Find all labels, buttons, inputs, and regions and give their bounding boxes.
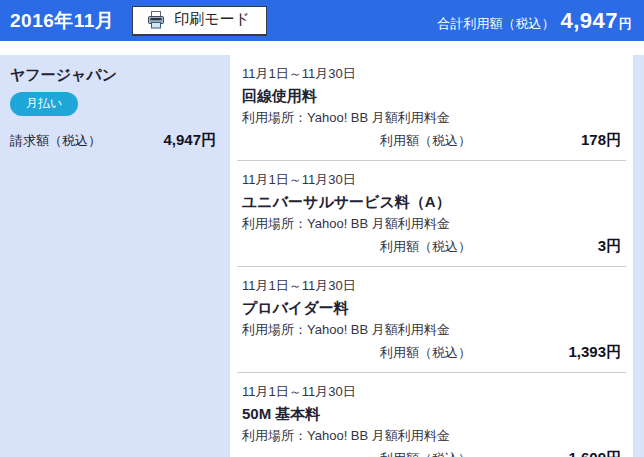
billed-amount-label: 請求額（税込） [10, 132, 101, 150]
billing-item-place: 利用場所：Yahoo! BB 月額利用料金 [242, 213, 621, 235]
billing-item: 11月1日～11月30日 回線使用料 利用場所：Yahoo! BB 月額利用料金… [237, 55, 626, 161]
billing-item-title: プロバイダー料 [242, 296, 621, 319]
billing-item-amount-label: 利用額（税込） [380, 132, 471, 150]
billing-item-amount-row: 利用額（税込） 1,393円 [242, 343, 621, 362]
billing-item: 11月1日～11月30日 50M 基本料 利用場所：Yahoo! BB 月額利用… [237, 373, 626, 457]
billing-item-amount-label: 利用額（税込） [380, 344, 471, 362]
total-usage-amount: 4,947 [560, 8, 618, 34]
billing-item-title: ユニバーサルサービス料（A） [242, 190, 621, 213]
billing-item-amount-value: 1,393円 [471, 343, 621, 362]
billed-amount-value: 4,947円 [163, 131, 216, 150]
billing-item-title: 50M 基本料 [242, 402, 621, 425]
total-usage-unit: 円 [619, 15, 632, 33]
billing-item-place: 利用場所：Yahoo! BB 月額利用料金 [242, 319, 621, 341]
payment-type-badge: 月払い [10, 92, 78, 116]
right-gutter [633, 55, 644, 457]
header-bar: 2016年11月 印刷モード 合計利用額（税込） 4,947 円 [0, 0, 644, 41]
billing-item-amount-label: 利用額（税込） [380, 450, 471, 457]
page-title: 2016年11月 [10, 8, 114, 34]
provider-name: ヤフージャパン [10, 66, 218, 85]
billing-item-amount-label: 利用額（税込） [380, 238, 471, 256]
billing-item-amount-row: 利用額（税込） 1,609円 [242, 449, 621, 457]
print-mode-button[interactable]: 印刷モード [132, 6, 267, 36]
billing-item-period: 11月1日～11月30日 [242, 64, 621, 84]
billing-item-period: 11月1日～11月30日 [242, 170, 621, 190]
billing-item-amount-row: 利用額（税込） 178円 [242, 131, 621, 150]
billing-item: 11月1日～11月30日 プロバイダー料 利用場所：Yahoo! BB 月額利用… [237, 267, 626, 373]
billing-item-amount-value: 3円 [471, 237, 621, 256]
billing-detail-list: 11月1日～11月30日 回線使用料 利用場所：Yahoo! BB 月額利用料金… [230, 55, 633, 457]
print-mode-button-label: 印刷モード [174, 10, 250, 29]
printer-icon [146, 10, 166, 30]
billed-amount-row: 請求額（税込） 4,947円 [10, 131, 218, 150]
billing-item: 11月1日～11月30日 ユニバーサルサービス料（A） 利用場所：Yahoo! … [237, 161, 626, 267]
billing-item-amount-value: 178円 [471, 131, 621, 150]
billing-item-title: 回線使用料 [242, 84, 621, 107]
account-summary-panel: ヤフージャパン 月払い 請求額（税込） 4,947円 [0, 55, 230, 457]
billing-item-amount-value: 1,609円 [471, 449, 621, 457]
billing-item-amount-row: 利用額（税込） 3円 [242, 237, 621, 256]
total-usage: 合計利用額（税込） 4,947 円 [437, 8, 632, 34]
billing-item-place: 利用場所：Yahoo! BB 月額利用料金 [242, 425, 621, 447]
billing-item-period: 11月1日～11月30日 [242, 382, 621, 402]
total-usage-label: 合計利用額（税込） [437, 15, 554, 33]
billing-item-period: 11月1日～11月30日 [242, 276, 621, 296]
billing-item-place: 利用場所：Yahoo! BB 月額利用料金 [242, 107, 621, 129]
